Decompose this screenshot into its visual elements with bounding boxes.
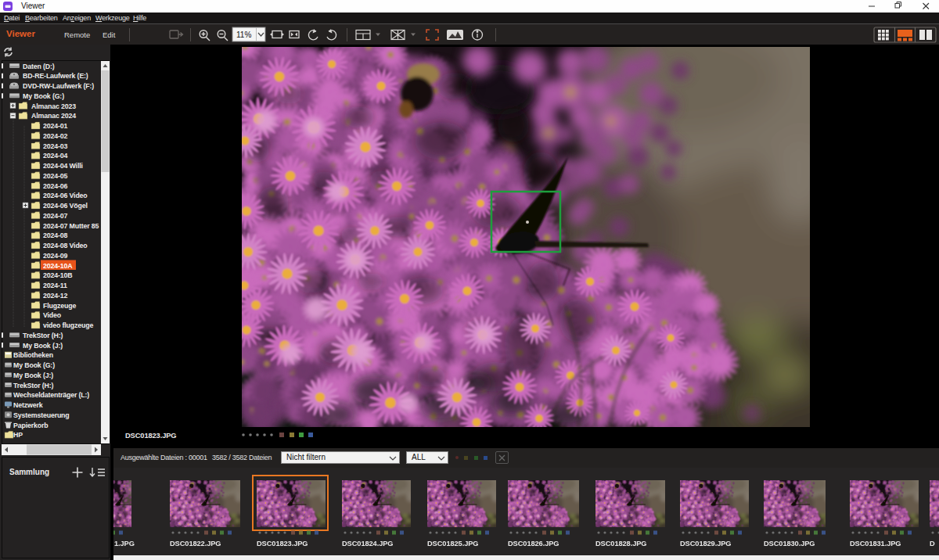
svg-text:Daten (D:): Daten (D:) bbox=[23, 63, 55, 70]
svg-text:Wechseldatenträger (L:): Wechseldatenträger (L:) bbox=[13, 391, 89, 399]
svg-text:2024-05: 2024-05 bbox=[43, 172, 67, 180]
svg-text:Almanac 2024: Almanac 2024 bbox=[31, 112, 76, 120]
svg-text:2024-06 Vögel: 2024-06 Vögel bbox=[43, 202, 88, 210]
svg-text:2024-07: 2024-07 bbox=[43, 212, 67, 220]
svg-text:Netzwerk: Netzwerk bbox=[13, 401, 43, 409]
svg-text:Bibliotheken: Bibliotheken bbox=[13, 351, 53, 359]
svg-text:Video: Video bbox=[43, 311, 62, 319]
svg-text:TrekStor (H:): TrekStor (H:) bbox=[13, 382, 54, 389]
svg-text:Flugzeuge: Flugzeuge bbox=[43, 302, 76, 310]
svg-text:TrekStor (H:): TrekStor (H:) bbox=[23, 332, 63, 339]
svg-text:11%: 11% bbox=[236, 31, 251, 39]
svg-text:My Book (J:): My Book (J:) bbox=[23, 342, 63, 350]
svg-text:2024-03: 2024-03 bbox=[43, 142, 67, 150]
svg-text:2024-01: 2024-01 bbox=[43, 122, 67, 130]
svg-text:My Book (G:): My Book (G:) bbox=[23, 92, 64, 100]
svg-text:2024-08: 2024-08 bbox=[43, 232, 67, 239]
svg-text:2024-11: 2024-11 bbox=[43, 282, 67, 289]
svg-text:2024-12: 2024-12 bbox=[43, 292, 67, 300]
svg-text:2024-04 Willi: 2024-04 Willi bbox=[43, 162, 83, 170]
svg-text:DVD-RW-Laufwerk (F:): DVD-RW-Laufwerk (F:) bbox=[23, 82, 94, 90]
svg-text:Papierkorb: Papierkorb bbox=[13, 422, 49, 429]
svg-text:2024-10A: 2024-10A bbox=[43, 262, 73, 270]
svg-text:Almanac 2023: Almanac 2023 bbox=[31, 102, 76, 110]
svg-text:2024-07 Mutter 85: 2024-07 Mutter 85 bbox=[43, 222, 99, 230]
svg-text:2024-04: 2024-04 bbox=[43, 152, 67, 160]
svg-text:HP: HP bbox=[13, 431, 23, 439]
svg-text:2024-08 Video: 2024-08 Video bbox=[43, 242, 88, 249]
svg-text:Systemsteuerung: Systemsteuerung bbox=[13, 411, 70, 419]
svg-text:2024-09: 2024-09 bbox=[43, 252, 67, 260]
svg-text:video flugzeuge: video flugzeuge bbox=[43, 321, 93, 329]
svg-text:2024-06 Video: 2024-06 Video bbox=[43, 192, 88, 199]
svg-text:My Book (J:): My Book (J:) bbox=[13, 372, 53, 379]
svg-text:2024-10B: 2024-10B bbox=[43, 271, 72, 279]
svg-text:My Book (G:): My Book (G:) bbox=[13, 361, 55, 369]
svg-text:2024-02: 2024-02 bbox=[43, 132, 67, 140]
svg-text:2024-06: 2024-06 bbox=[43, 182, 67, 190]
svg-text:BD-RE-Laufwerk (E:): BD-RE-Laufwerk (E:) bbox=[23, 72, 88, 80]
